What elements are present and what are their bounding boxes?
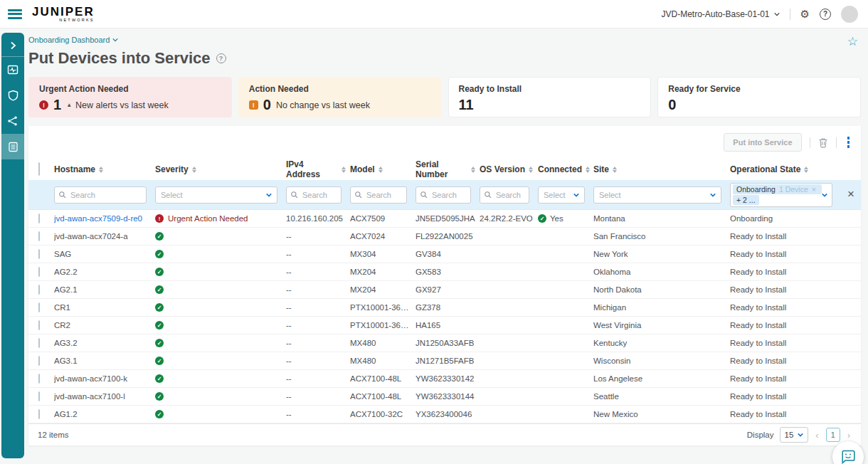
filter-operational-state: Onboarding1 Device× + 2 ... — [730, 183, 861, 207]
operational-state-cell: Ready to Install — [730, 250, 861, 258]
model-cell: MX304 — [350, 250, 416, 258]
prev-page-button[interactable]: ‹ — [814, 430, 820, 441]
severity-icon: ✓ — [155, 392, 164, 401]
hostname-cell[interactable]: AG2.1 — [54, 285, 155, 294]
row-checkbox[interactable] — [38, 231, 40, 241]
gear-icon[interactable]: ⚙ — [800, 9, 810, 19]
column-header-hostname[interactable]: Hostname — [54, 164, 155, 174]
sidebar-item-security[interactable] — [1, 83, 24, 108]
severity-select[interactable]: Select — [155, 186, 277, 204]
row-checkbox[interactable] — [38, 374, 40, 384]
table-row[interactable]: SAG ✓ -- MX304 GV384 ✓ New York Ready to… — [28, 246, 861, 263]
table-row[interactable]: jvd-awan-acx7100-l ✓ -- ACX7100-48L YW36… — [28, 388, 861, 406]
operational-state-cell: Ready to Install — [730, 268, 861, 276]
row-checkbox[interactable] — [38, 338, 40, 348]
clear-filters-icon[interactable]: × — [847, 188, 854, 200]
row-checkbox[interactable] — [38, 249, 40, 259]
row-checkbox[interactable] — [38, 391, 40, 401]
site-cell: Wisconsin — [593, 357, 730, 365]
next-page-button[interactable]: › — [846, 430, 852, 441]
org-selector[interactable]: JVD-Metro-Auto-Base-01-01 — [661, 9, 779, 19]
sidebar-item-dashboard[interactable] — [1, 57, 24, 83]
site-cell: Oklahoma — [593, 268, 730, 276]
hamburger-menu-icon[interactable] — [8, 9, 22, 19]
ipv4-cell: -- — [286, 285, 350, 294]
ipv4-cell: -- — [286, 303, 350, 312]
column-header-os[interactable]: OS Version — [480, 164, 538, 174]
column-header-serial[interactable]: Serial Number — [416, 159, 480, 179]
table-row[interactable]: AG1.2 ✓ -- ACX7100-32C YX3623400046 ✓ Ne… — [28, 406, 861, 423]
ipv4-cell: -- — [286, 357, 350, 365]
hostname-cell[interactable]: jvd-awan-acx7024-a — [54, 232, 155, 241]
row-checkbox[interactable] — [38, 356, 40, 366]
select-all-checkbox[interactable] — [38, 162, 40, 176]
column-header-model[interactable]: Model — [350, 164, 416, 174]
filter-ipv4 — [286, 186, 350, 204]
hostname-cell[interactable]: AG3.1 — [54, 357, 155, 365]
severity-icon: ✓ — [155, 339, 164, 347]
site-cell: New York — [593, 250, 730, 258]
row-checkbox[interactable] — [38, 302, 40, 312]
table-row[interactable]: jvd-awan-acx7024-a ✓ -- ACX7024 FL2922AN… — [28, 228, 861, 246]
hostname-cell[interactable]: jvd-awan-acx7100-k — [54, 374, 155, 383]
operational-state-multiselect[interactable]: Onboarding1 Device× + 2 ... — [730, 183, 832, 207]
sidebar-item-inventory[interactable] — [1, 134, 24, 159]
put-into-service-button[interactable]: Put into Service — [724, 133, 801, 152]
connected-select[interactable]: Select — [538, 186, 585, 204]
page-size-select[interactable]: 15 — [780, 427, 809, 443]
row-checkbox[interactable] — [38, 213, 40, 223]
column-header-operational-state[interactable]: Operational State — [730, 164, 861, 174]
juniper-logo[interactable]: JUNIPER NETWORKS — [32, 6, 95, 23]
avatar[interactable] — [841, 6, 858, 23]
favorite-star-icon[interactable]: ☆ — [847, 36, 858, 48]
serial-cell: JN5ED5095JHA — [416, 214, 480, 223]
sidebar-expand-button[interactable] — [1, 34, 24, 57]
ipv4-cell: -- — [286, 250, 350, 258]
column-header-severity[interactable]: Severity — [155, 164, 286, 174]
hostname-cell[interactable]: AG2.2 — [54, 268, 155, 276]
filter-severity: Select — [155, 186, 286, 204]
sort-icon — [379, 167, 383, 173]
more-actions-kebab-icon[interactable] — [845, 135, 853, 149]
main-content: ☆ Onboarding Dashboard Put Devices into … — [28, 33, 861, 445]
column-header-connected[interactable]: Connected — [538, 164, 593, 174]
row-checkbox[interactable] — [38, 285, 40, 295]
table-row[interactable]: jvd-awan-acx7509-d-re0 ! Urgent Action N… — [28, 210, 861, 228]
table-row[interactable]: jvd-awan-acx7100-k ✓ -- ACX7100-48L YW36… — [28, 370, 861, 388]
row-checkbox[interactable] — [38, 409, 40, 419]
hostname-cell[interactable]: jvd-awan-acx7100-l — [54, 392, 155, 401]
sidebar-item-network[interactable] — [1, 108, 24, 134]
row-checkbox[interactable] — [38, 267, 40, 277]
severity-icon: ! — [155, 214, 164, 223]
site-select[interactable]: Select — [593, 186, 721, 204]
help-icon[interactable]: ? — [820, 9, 831, 20]
hostname-cell[interactable]: CR1 — [54, 303, 155, 312]
filter-hostname — [54, 186, 155, 204]
table-row[interactable]: AG2.1 ✓ -- MX204 GX927 ✓ North Dakota Re… — [28, 281, 861, 299]
ipv4-cell: -- — [286, 232, 350, 241]
hostname-cell[interactable]: CR2 — [54, 321, 155, 329]
breadcrumb[interactable]: Onboarding Dashboard — [28, 36, 118, 44]
title-help-icon[interactable]: ? — [216, 53, 226, 63]
table-row[interactable]: AG2.2 ✓ -- MX204 GX583 ✓ Oklahoma Ready … — [28, 263, 861, 281]
delete-button[interactable] — [818, 137, 828, 148]
row-checkbox[interactable] — [38, 320, 40, 330]
column-header-ipv4[interactable]: IPv4 Address — [286, 159, 350, 179]
hostname-cell[interactable]: jvd-awan-acx7509-d-re0 — [54, 214, 155, 223]
hostname-cell[interactable]: SAG — [54, 250, 155, 258]
serial-cell: HA165 — [416, 321, 480, 329]
table-row[interactable]: AG3.1 ✓ -- MX480 JN1271B5FAFB ✓ Wisconsi… — [28, 352, 861, 370]
ipv4-cell: -- — [286, 268, 350, 276]
hostname-search-input[interactable] — [54, 186, 147, 204]
hostname-cell[interactable]: AG1.2 — [54, 410, 155, 418]
table-toolbar: Put into Service — [28, 126, 861, 159]
filter-chip-more[interactable]: + 2 ... — [733, 195, 759, 205]
table-row[interactable]: AG3.2 ✓ -- MX480 JN1250A33AFB ✓ Kentucky… — [28, 334, 861, 352]
column-header-site[interactable]: Site — [593, 164, 730, 174]
site-cell: Seattle — [593, 392, 730, 401]
chip-remove-icon[interactable]: × — [812, 185, 816, 194]
hostname-cell[interactable]: AG3.2 — [54, 339, 155, 347]
table-row[interactable]: CR1 ✓ -- PTX10001-36MR GZ378 ✓ Michigan … — [28, 299, 861, 317]
table-row[interactable]: CR2 ✓ -- PTX10001-36MR HA165 ✓ West Virg… — [28, 317, 861, 334]
search-icon — [354, 191, 362, 199]
